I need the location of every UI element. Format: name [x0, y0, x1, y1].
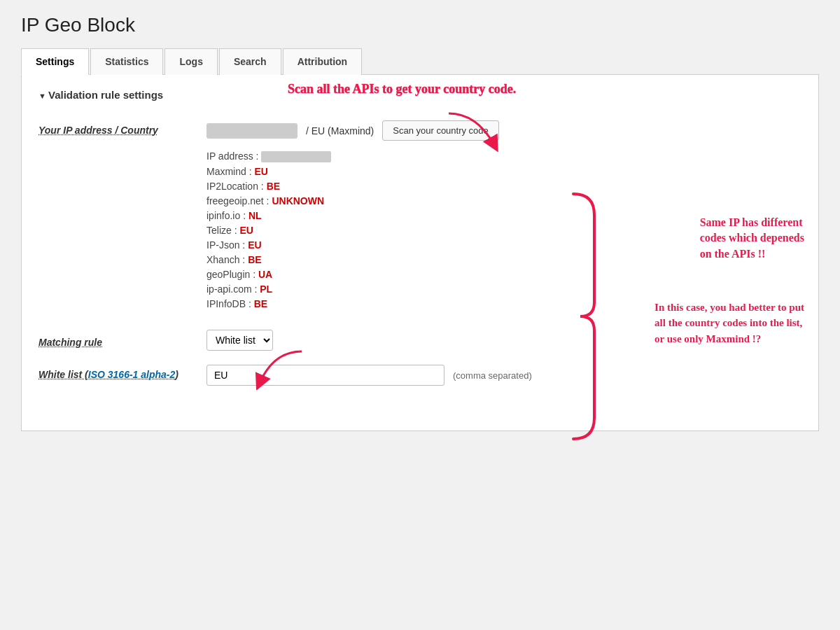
whitelist-label: White list (ISO 3166-1 alpha-2): [38, 365, 206, 380]
ip-field-content: / EU (Maxmind) Scan your country code IP…: [206, 120, 802, 313]
api-result-maxmind: Maxmind : EU: [206, 166, 802, 177]
matching-rule-select[interactable]: White list Black list: [206, 330, 273, 351]
api-result-ip: IP address :: [206, 150, 802, 162]
tab-statistics[interactable]: Statistics: [90, 48, 163, 75]
tab-settings[interactable]: Settings: [21, 48, 89, 75]
api-name: ip-api.com :: [206, 284, 260, 295]
matching-rule-row: Matching rule White list Black list: [38, 330, 802, 351]
whitelist-content: (comma separated): [206, 365, 802, 386]
api-result-ipapi: ip-api.com : PL: [206, 284, 802, 295]
api-result-geoplug: geoPlugin : UA: [206, 269, 802, 280]
matching-rule-label: Matching rule: [38, 332, 206, 348]
api-code: EU: [254, 166, 267, 177]
api-result-ipinfo: ipinfo.io : NL: [206, 210, 802, 221]
ip-country-text: / EU (Maxmind): [306, 125, 374, 136]
tab-logs[interactable]: Logs: [164, 48, 217, 75]
api-code: BE: [267, 181, 280, 192]
api-name: Xhanch :: [206, 254, 248, 265]
api-result-ip2location: IP2Location : BE: [206, 181, 802, 192]
api-results-list: IP address : Maxmind : EU IP2Location : …: [206, 150, 802, 309]
api-name: Telize :: [206, 225, 239, 236]
api-name: IP2Location :: [206, 181, 267, 192]
tab-search[interactable]: Search: [219, 48, 281, 75]
whitelist-row: White list (ISO 3166-1 alpha-2) (comma s…: [38, 365, 802, 386]
matching-rule-content: White list Black list: [206, 330, 802, 351]
ip-value-blurred: [261, 151, 331, 162]
page-title: IP Geo Block: [21, 14, 819, 36]
api-name: IP-Json :: [206, 239, 248, 251]
api-result-freegeoip: freegeoip.net : UNKNOWN: [206, 195, 802, 206]
ip-blurred: [206, 123, 298, 139]
scan-country-button[interactable]: Scan your country code: [382, 120, 499, 141]
ip-field-label: Your IP address / Country: [38, 120, 206, 136]
api-code: PL: [260, 284, 272, 295]
api-name: Maxmind :: [206, 166, 254, 177]
api-code: UNKNOWN: [272, 195, 324, 206]
api-result-xhanch: Xhanch : BE: [206, 254, 802, 265]
api-code: EU: [239, 225, 253, 236]
api-result-telize: Telize : EU: [206, 225, 802, 236]
api-name: geoPlugin :: [206, 269, 258, 280]
ip-display: / EU (Maxmind) Scan your country code: [206, 120, 802, 141]
api-code: BE: [248, 254, 261, 265]
whitelist-note: (comma separated): [453, 370, 532, 381]
api-code: UA: [258, 269, 272, 280]
api-result-ipinfodb: IPInfoDB : BE: [206, 298, 802, 309]
api-name: IP address :: [206, 150, 261, 162]
api-code: EU: [248, 239, 261, 251]
content-area: Scan all the APIs to get your country co…: [21, 75, 819, 431]
iso-link[interactable]: ISO 3166-1 alpha-2: [88, 369, 176, 380]
section-header: Validation rule settings: [38, 89, 802, 106]
api-name: IPInfoDB :: [206, 298, 254, 309]
tab-attribution[interactable]: Attribution: [283, 48, 363, 75]
api-code: NL: [248, 210, 262, 221]
api-code: BE: [254, 298, 267, 309]
ip-field-row: Your IP address / Country / EU (Maxmind)…: [38, 120, 802, 313]
api-name: freegeoip.net :: [206, 195, 272, 206]
api-name: ipinfo.io :: [206, 210, 248, 221]
tab-bar: Settings Statistics Logs Search Attribut…: [21, 48, 819, 75]
whitelist-input[interactable]: [206, 365, 444, 386]
api-result-ipjson: IP-Json : EU: [206, 239, 802, 251]
